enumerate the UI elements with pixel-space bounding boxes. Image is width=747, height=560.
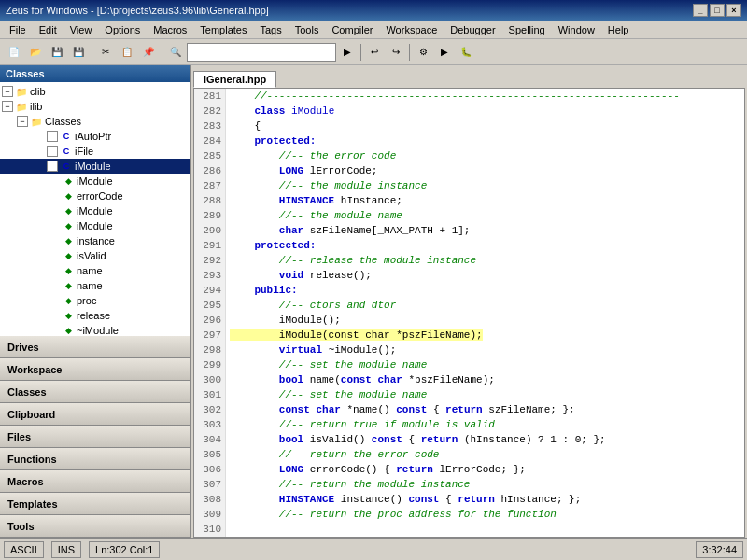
code-keyword: const [408, 494, 439, 505]
statusbar: ASCII INS Ln:302 Col:1 3:32:44 [0, 538, 747, 560]
menu-window[interactable]: Window [553, 23, 600, 36]
tree-item-clib[interactable]: −📁clib [0, 84, 190, 99]
tree-item-iModule[interactable]: −CiModule [0, 159, 190, 174]
code-keyword: return [421, 434, 458, 445]
toolbar-redo[interactable]: ↪ [386, 42, 406, 63]
menu-macros[interactable]: Macros [148, 23, 192, 36]
sep2 [162, 44, 162, 61]
toolbar-copy[interactable]: 📋 [117, 42, 137, 63]
menu-options[interactable]: Options [99, 23, 146, 36]
code-line: LONG lErrorCode; [230, 163, 740, 178]
menu-debugger[interactable]: Debugger [444, 23, 500, 36]
toolbar-save[interactable]: 💾 [47, 42, 67, 63]
code-comment: //-- the error code [279, 150, 396, 161]
code-scroll[interactable]: 2812822832842852862872882892902912922932… [194, 89, 744, 537]
tree-expand-icon[interactable] [47, 146, 58, 157]
code-line: HINSTANCE instance() const { return hIns… [230, 492, 740, 507]
search-input[interactable] [187, 43, 336, 62]
code-comment: //-- set the module name [279, 359, 427, 371]
toolbar-undo[interactable]: ↩ [364, 42, 385, 63]
close-button[interactable]: × [726, 4, 741, 17]
menu-view[interactable]: View [64, 23, 98, 36]
tree-item-ilib[interactable]: −📁ilib [0, 99, 190, 114]
line-num: 290 [198, 223, 221, 238]
line-num: 298 [198, 343, 221, 357]
toolbar-new[interactable]: 📄 [4, 42, 24, 63]
tree-expand-icon[interactable]: − [2, 86, 13, 97]
tree-label: proc [77, 295, 96, 306]
tree-item-iModule2[interactable]: ◆iModule [0, 174, 190, 189]
menu-templates[interactable]: Templates [194, 23, 252, 36]
toolbar-open[interactable]: 📂 [25, 42, 46, 63]
tree-item-classes[interactable]: −📁Classes [0, 114, 190, 129]
tree-item-isValid[interactable]: ◆isValid [0, 248, 190, 263]
nav-btn-files[interactable]: Files [0, 426, 190, 448]
code-line: bool name(const char *pszFileName); [230, 372, 740, 387]
toolbar-cut[interactable]: ✂ [95, 42, 116, 63]
toolbar-save-all[interactable]: 💾 [68, 42, 89, 63]
menu-help[interactable]: Help [602, 23, 635, 36]
tree-item-instance[interactable]: ◆instance [0, 233, 190, 248]
line-num: 286 [198, 163, 221, 178]
tree-item-iAutoPtr[interactable]: CiAutoPtr [0, 129, 190, 144]
menu-tags[interactable]: Tags [254, 23, 287, 36]
nav-btn-clipboard[interactable]: Clipboard [0, 403, 190, 426]
tree-expand-icon[interactable]: − [47, 161, 58, 172]
code-indent [230, 150, 279, 161]
tree-expand-icon[interactable]: − [2, 101, 13, 112]
nav-btn-tools[interactable]: Tools [0, 515, 190, 538]
tree-item-name1[interactable]: ◆name [0, 263, 190, 278]
menu-edit[interactable]: Edit [34, 23, 63, 36]
tree-expand-icon[interactable]: − [17, 116, 28, 127]
main-layout: Classes −📁clib−📁ilib−📁ClassesCiAutoPtrCi… [0, 65, 747, 538]
tree-area[interactable]: −📁clib−📁ilib−📁ClassesCiAutoPtrCiFile−CiM… [0, 82, 190, 336]
tree-label: isValid [77, 250, 106, 261]
toolbar-find-btn[interactable]: ▶ [337, 42, 358, 63]
code-line: iModule(const char *pszFileName); [230, 328, 740, 343]
nav-btn-templates[interactable]: Templates [0, 493, 190, 515]
line-num: 284 [198, 133, 221, 148]
tree-item-proc[interactable]: ◆proc [0, 293, 190, 308]
toolbar-debug[interactable]: 🐛 [456, 42, 476, 63]
code-content[interactable]: //--------------------------------------… [226, 89, 744, 537]
tree-item-iModule3[interactable]: ◆iModule [0, 203, 190, 218]
menu-file[interactable]: File [4, 23, 32, 36]
member-icon: ◆ [62, 234, 75, 247]
toolbar-paste[interactable]: 📌 [138, 42, 159, 63]
nav-btn-drives[interactable]: Drives [0, 336, 190, 358]
nav-btn-macros[interactable]: Macros [0, 470, 190, 493]
toolbar-find[interactable]: 🔍 [165, 42, 186, 63]
code-keyword: bool [279, 374, 303, 385]
tree-item-errorCode[interactable]: ◆errorCode [0, 189, 190, 203]
maximize-button[interactable]: □ [710, 4, 725, 17]
tree-expand-icon[interactable] [47, 131, 58, 142]
code-indent [230, 210, 279, 221]
menu-workspace[interactable]: Workspace [380, 23, 443, 36]
tab-igeneral[interactable]: iGeneral.hpp [193, 71, 276, 88]
toolbar-compile[interactable]: ⚙ [413, 42, 433, 63]
code-keyword: void [279, 270, 303, 281]
nav-btn-functions[interactable]: Functions [0, 448, 190, 470]
tree-label: ~iModule [77, 325, 119, 336]
tree-label: iModule [77, 205, 113, 217]
menu-tools[interactable]: Tools [289, 23, 325, 36]
code-keyword: char [377, 374, 402, 385]
toolbar-run[interactable]: ▶ [434, 42, 455, 63]
code-area[interactable]: 2812822832842852862872882892902912922932… [193, 88, 745, 538]
tree-item-tiModule[interactable]: ◆~iModule [0, 323, 190, 336]
tree-item-release[interactable]: ◆release [0, 308, 190, 323]
tree-item-name2[interactable]: ◆name [0, 278, 190, 293]
tree-item-iFile[interactable]: CiFile [0, 144, 190, 159]
code-line: //-- set the module name [230, 387, 740, 402]
minimize-button[interactable]: _ [693, 4, 708, 17]
tree-item-iModule4[interactable]: ◆iModule [0, 218, 190, 233]
menu-compiler[interactable]: Compiler [326, 23, 378, 36]
nav-btn-workspace[interactable]: Workspace [0, 358, 190, 381]
code-indent [230, 300, 279, 311]
code-line: //--------------------------------------… [230, 89, 740, 104]
menu-spelling[interactable]: Spelling [503, 23, 551, 36]
line-num: 301 [198, 387, 221, 402]
code-line: const char *name() const { return szFile… [230, 402, 740, 417]
nav-btn-classes[interactable]: Classes [0, 381, 190, 403]
code-indent [230, 419, 279, 430]
